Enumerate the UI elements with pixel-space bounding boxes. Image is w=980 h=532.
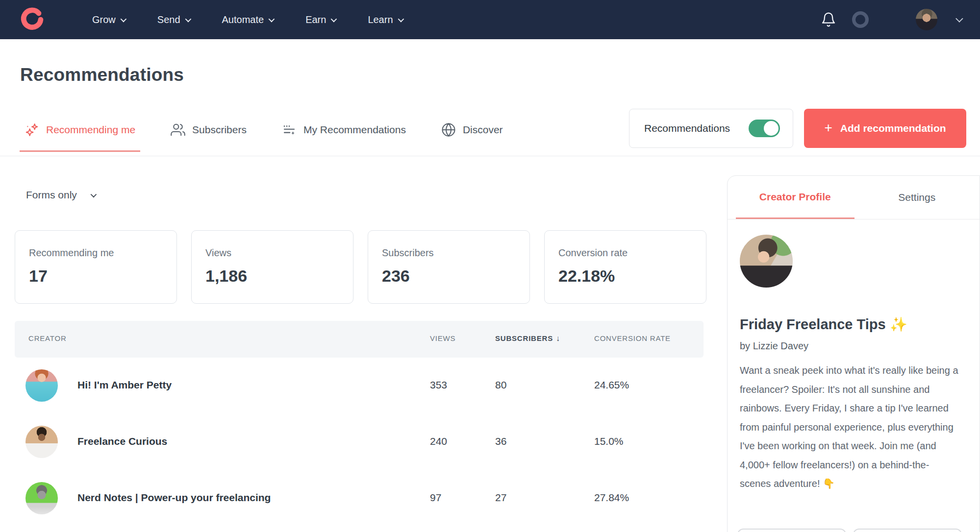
- sort-descending-icon: ↓: [556, 334, 560, 342]
- nav-right-cluster: [821, 9, 961, 30]
- subscribers-value: 80: [495, 379, 506, 391]
- add-recommendation-button[interactable]: + Add recommendation: [804, 109, 966, 148]
- stat-value: 22.18%: [558, 266, 692, 286]
- notifications-bell-icon[interactable]: [821, 12, 836, 27]
- tab-label: Recommending me: [46, 124, 135, 136]
- creator-name: Nerd Notes | Power-up your freelancing: [77, 492, 271, 504]
- nav-item-label: Automate: [222, 14, 264, 25]
- nav-item-earn[interactable]: Earn: [305, 14, 335, 25]
- chevron-down-icon: [398, 16, 404, 22]
- recommendations-toggle[interactable]: [749, 120, 780, 137]
- recommendations-toggle-card: Recommendations: [629, 109, 793, 148]
- creator-name: Freelance Curious: [77, 435, 167, 447]
- stat-label: Recommending me: [29, 247, 163, 259]
- column-header-creator[interactable]: CREATOR: [28, 334, 67, 342]
- header-controls: Recommendations + Add recommendation: [629, 109, 966, 148]
- stats-row: Recommending me 17 Views 1,186 Subscribe…: [15, 230, 706, 304]
- nav-item-label: Send: [157, 14, 180, 25]
- table-row[interactable]: Freelance Curious 240 36 15.0%: [15, 414, 704, 470]
- tab-settings[interactable]: Settings: [854, 176, 980, 219]
- tab-label: Discover: [463, 124, 503, 136]
- column-header-label: SUBSCRIBERS: [495, 334, 553, 342]
- stat-card-recommending-me: Recommending me 17: [15, 230, 177, 304]
- plus-icon: +: [824, 121, 832, 135]
- toggle-knob: [764, 121, 779, 136]
- tabbar-divider: [0, 156, 980, 156]
- panel-action-button[interactable]: [853, 529, 962, 532]
- chevron-down-icon: [269, 16, 275, 22]
- stat-label: Subscribers: [382, 247, 516, 259]
- nav-item-label: Earn: [305, 14, 326, 25]
- stat-value: 236: [382, 266, 516, 286]
- stat-card-subscribers: Subscribers 236: [368, 230, 530, 304]
- stat-card-conversion-rate: Conversion rate 22.18%: [544, 230, 706, 304]
- chevron-down-icon: [955, 15, 963, 23]
- creator-avatar: [25, 369, 58, 402]
- tab-recommending-me[interactable]: Recommending me: [20, 120, 140, 152]
- panel-tabs: Creator Profile Settings: [728, 176, 980, 219]
- progress-ring-icon: [852, 11, 869, 28]
- list-sparkle-icon: [282, 122, 297, 137]
- add-recommendation-label: Add recommendation: [840, 122, 946, 134]
- creators-table: CREATOR VIEWS SUBSCRIBERS↓ CONVERSION RA…: [15, 321, 704, 527]
- tab-discover[interactable]: Discover: [436, 120, 508, 152]
- conversion-value: 15.0%: [594, 435, 624, 447]
- chevron-down-icon: [120, 16, 126, 22]
- tab-creator-profile[interactable]: Creator Profile: [736, 176, 854, 219]
- top-nav: Grow Send Automate Earn Learn: [0, 0, 980, 39]
- nav-item-learn[interactable]: Learn: [368, 14, 402, 25]
- views-value: 97: [430, 492, 441, 504]
- toggle-label: Recommendations: [644, 122, 730, 134]
- panel-action-button[interactable]: [737, 529, 846, 532]
- newsletter-title: Friday Freelance Tips ✨: [740, 316, 907, 333]
- stat-label: Conversion rate: [558, 247, 692, 259]
- column-header-subscribers[interactable]: SUBSCRIBERS↓: [495, 334, 560, 343]
- page-tabs: Recommending me Subscribers My Recommend…: [20, 120, 508, 152]
- user-avatar[interactable]: [916, 9, 937, 30]
- table-row[interactable]: Nerd Notes | Power-up your freelancing 9…: [15, 470, 704, 527]
- conversion-value: 24.65%: [594, 379, 629, 391]
- newsletter-bio: Want a sneak peek into what it's really …: [740, 361, 959, 493]
- nav-item-send[interactable]: Send: [157, 14, 190, 25]
- creator-profile-avatar: [740, 235, 793, 288]
- stat-label: Views: [205, 247, 339, 259]
- nav-item-automate[interactable]: Automate: [222, 14, 274, 25]
- column-header-views[interactable]: VIEWS: [430, 334, 455, 342]
- column-header-conversion-rate[interactable]: CONVERSION RATE: [594, 334, 671, 342]
- tab-my-recommendations[interactable]: My Recommendations: [277, 120, 411, 152]
- chevron-down-icon: [185, 16, 191, 22]
- stat-card-views: Views 1,186: [191, 230, 353, 304]
- views-value: 240: [430, 435, 447, 447]
- tab-label: Subscribers: [192, 124, 247, 136]
- chevron-down-icon: [90, 191, 97, 197]
- stat-value: 17: [29, 266, 163, 286]
- nav-menu: Grow Send Automate Earn Learn: [92, 14, 402, 25]
- recommendations-page: Grow Send Automate Earn Learn Recommenda…: [0, 0, 980, 532]
- globe-icon: [441, 122, 456, 137]
- creator-name: Hi! I'm Amber Petty: [77, 379, 172, 391]
- newsletter-byline: by Lizzie Davey: [740, 340, 808, 352]
- nav-item-label: Grow: [92, 14, 116, 25]
- sparkles-icon: [25, 122, 39, 137]
- page-title: Recommendations: [20, 65, 184, 85]
- users-icon: [171, 122, 185, 137]
- creator-avatar: [25, 482, 58, 514]
- conversion-value: 27.84%: [594, 492, 629, 504]
- creator-avatar: [25, 426, 58, 458]
- account-menu-chevron[interactable]: [951, 15, 961, 24]
- tab-subscribers[interactable]: Subscribers: [166, 120, 251, 152]
- creator-profile-panel: Creator Profile Settings Friday Freelanc…: [727, 175, 980, 532]
- convertkit-logo-icon[interactable]: [19, 6, 45, 33]
- filter-value: Forms only: [26, 189, 77, 201]
- forms-only-dropdown[interactable]: Forms only: [26, 189, 95, 201]
- views-value: 353: [430, 379, 447, 391]
- nav-item-label: Learn: [368, 14, 393, 25]
- table-row[interactable]: Hi! I'm Amber Petty 353 80 24.65%: [15, 358, 704, 414]
- subscribers-value: 27: [495, 492, 506, 504]
- table-header: CREATOR VIEWS SUBSCRIBERS↓ CONVERSION RA…: [15, 321, 704, 358]
- chevron-down-icon: [331, 16, 337, 22]
- nav-item-grow[interactable]: Grow: [92, 14, 125, 25]
- stat-value: 1,186: [205, 266, 339, 286]
- subscribers-value: 36: [495, 435, 506, 447]
- tab-label: My Recommendations: [303, 124, 406, 136]
